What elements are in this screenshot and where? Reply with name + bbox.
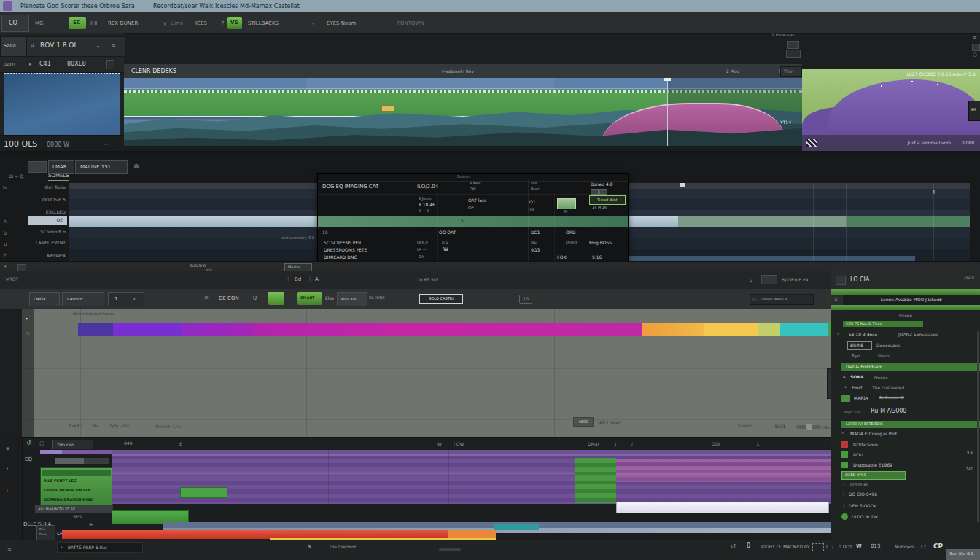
limo-button[interactable]: Limo xyxy=(171,21,183,26)
overlay-table[interactable]: Solemn DOG EQ IMAGING CAT ILO/2.04 4 Mks… xyxy=(317,173,629,262)
rex-guner-button[interactable]: REX GUNER xyxy=(108,21,138,26)
strip-seg-purple[interactable] xyxy=(113,323,182,336)
rail-bar-icon[interactable]: I xyxy=(7,489,8,494)
imox-button[interactable]: I MOx xyxy=(29,292,60,306)
u-button[interactable]: U xyxy=(253,296,257,301)
decon-button[interactable]: DE CON xyxy=(219,296,239,301)
strip-box-icon[interactable] xyxy=(761,275,777,284)
color-swatch-green[interactable] xyxy=(557,198,576,209)
rail-a[interactable]: A xyxy=(4,219,7,224)
video-preview-canvas[interactable] xyxy=(4,73,120,136)
wave-canvas[interactable]: YT14 18M xyxy=(124,78,802,146)
flag-icon[interactable]: ▸ xyxy=(29,62,32,67)
list-item-16[interactable]: | DO CIO 0496 xyxy=(831,491,980,500)
arrangement-area[interactable]: EQ AILE PENPT LEG TRIPLE WORTH ON FEB OC… xyxy=(22,449,831,540)
arr-track-eq[interactable]: EQ xyxy=(25,457,32,462)
ices-button[interactable]: ICES xyxy=(195,21,207,26)
list-item-12[interactable]: DOU 9.4 xyxy=(831,451,980,460)
mini-rail-menu-icon[interactable]: ≡ xyxy=(834,298,838,302)
fontown-button[interactable]: FONTOWN xyxy=(397,21,424,26)
zoom-slider[interactable] xyxy=(796,425,821,429)
list-item-15[interactable]: — Arrene as xyxy=(831,481,980,490)
y-label[interactable]: y xyxy=(163,21,166,26)
footer-memsh[interactable]: Memsh 1/nv xyxy=(155,424,182,429)
bd-button[interactable]: Bd xyxy=(295,277,301,282)
mini-clip-icon[interactable] xyxy=(786,50,801,58)
track-name-3[interactable]: ESKLKED xyxy=(20,210,66,214)
rail-b[interactable]: B xyxy=(4,231,7,236)
transport-w[interactable]: W xyxy=(856,544,862,549)
cell-r3-icon[interactable]: 10 xyxy=(322,230,328,235)
track-name-5[interactable]: SChono ff.o xyxy=(20,230,66,234)
solo-castri-button[interactable]: SOLO CASTRI xyxy=(419,294,463,304)
transport-slash[interactable]: / xyxy=(832,545,833,549)
transport-menu-box[interactable]: • BATTS PREP B.Rat xyxy=(57,542,143,553)
green-clip-a[interactable] xyxy=(180,487,228,498)
teal-clip[interactable] xyxy=(494,524,539,530)
track-name-2[interactable]: OO'CISPI 5 xyxy=(20,198,66,202)
ten-chip[interactable]: 10 xyxy=(519,295,532,304)
menu-icon[interactable]: ≡ xyxy=(973,35,977,40)
list-item-5[interactable]: ▪ SOKA Preces xyxy=(831,374,980,384)
loop-icon[interactable]: ↺ xyxy=(26,440,31,446)
larmor-button[interactable]: LArmor xyxy=(62,292,104,306)
strip-seg-yellow[interactable] xyxy=(704,323,758,336)
device-chevron-icon[interactable]: ▾ xyxy=(97,44,99,49)
subtab-somels[interactable]: SOMELS xyxy=(48,174,69,181)
spectrum-tab[interactable]: Thin xyxy=(780,66,802,77)
dl-dyns-label[interactable]: DL DYNS xyxy=(369,296,385,300)
list-item-3[interactable]: Tryst Uberto xyxy=(831,353,980,363)
green-track-3[interactable]: OCARINA DRAMAS KIND xyxy=(44,498,93,502)
lane-playhead-top[interactable] xyxy=(680,183,685,187)
purple-field[interactable] xyxy=(112,450,831,504)
selected-clip-green[interactable] xyxy=(846,216,970,227)
hamburger-icon[interactable]: ≡ xyxy=(112,43,116,48)
transport-menu-icon[interactable]: ≡ xyxy=(7,547,12,552)
grid-snap-button[interactable] xyxy=(268,292,284,305)
bner-am-button[interactable]: Bner Am xyxy=(337,292,368,306)
timeline-ruler[interactable]: ↺ ○ Tim can 040 E W I OW DMar 1 / OGt L xyxy=(22,438,831,450)
editor-canvas[interactable]: ▾ ○ Benemosaur noses Covf 1 Nv Tyrp - In… xyxy=(22,309,831,438)
gray-track-row[interactable]: ALL MARIN TO PT SE xyxy=(35,505,112,513)
green-track-1[interactable]: AILE PENPT LEG xyxy=(44,479,77,483)
divider-box-icon[interactable] xyxy=(18,264,26,271)
list-item-8[interactable]: Wyrt Eva Ru-M AG000 xyxy=(831,408,980,419)
deeno-box[interactable]: ○Deeno IBase 9 xyxy=(750,294,814,305)
playhead-handle[interactable] xyxy=(664,78,671,81)
list-item-2[interactable]: BRINE Dooccuzes xyxy=(831,341,980,351)
track-name-6[interactable]: LANEL EVENT xyxy=(20,241,66,245)
transport-cp[interactable]: CP xyxy=(933,543,943,550)
dim-pana-box[interactable]: Dim Pana xyxy=(36,525,55,540)
rail-sq-icon[interactable]: ▪ xyxy=(6,446,9,451)
zoom-slider-knob[interactable] xyxy=(806,424,812,430)
list-item-14-chip[interactable]: OCED XPI 9 xyxy=(841,471,906,480)
strip-seg-indigo[interactable] xyxy=(78,323,113,336)
lock-icon[interactable] xyxy=(106,60,114,69)
tab-maline[interactable]: MALINE 151 xyxy=(75,160,128,174)
timcan-box[interactable]: Tim can xyxy=(52,440,93,450)
gear-icon[interactable]: ⊗ xyxy=(133,163,139,170)
app-icon[interactable] xyxy=(3,1,12,11)
selected-clip-mid[interactable] xyxy=(678,216,846,227)
sc-badge-button[interactable]: SC xyxy=(69,17,86,29)
transport-numbers[interactable]: Numbers xyxy=(895,545,914,549)
playhead-line[interactable] xyxy=(667,78,668,146)
a-button[interactable]: A xyxy=(315,277,319,282)
list-item-17[interactable]: 1 DEN SIOGOV xyxy=(831,502,980,512)
track-name-1[interactable]: Orri Tonix xyxy=(20,185,66,190)
spectrum-corner-chip[interactable]: 4M xyxy=(968,101,980,121)
stillbacks-button[interactable]: STILLBACKS xyxy=(248,21,279,26)
list-item-9-header[interactable]: L2000 IVI ESTE EDIS xyxy=(841,421,980,428)
mg-label[interactable]: MG xyxy=(35,21,43,26)
rail-p[interactable]: P xyxy=(4,253,7,257)
list-item-11[interactable]: GO/lacsoso xyxy=(831,440,980,450)
clapper-icon[interactable] xyxy=(806,139,817,147)
list-item-4-selected[interactable]: Dell & Follzdsern xyxy=(841,363,980,371)
list-item-13[interactable]: Disposable E1969 747 xyxy=(831,461,980,470)
else-button[interactable]: Else xyxy=(325,296,334,300)
spectrum-panel[interactable]: LU27 OtC20C 7.0.26 Ader-P 3 D Just a sum… xyxy=(802,69,980,151)
green-band-row[interactable]: 5 xyxy=(318,216,628,227)
list-item-18[interactable]: DITIO RI TW xyxy=(831,513,980,522)
track-name-4-selected[interactable]: OE xyxy=(28,216,67,225)
arr-seg-label[interactable]: SEG xyxy=(73,515,82,519)
